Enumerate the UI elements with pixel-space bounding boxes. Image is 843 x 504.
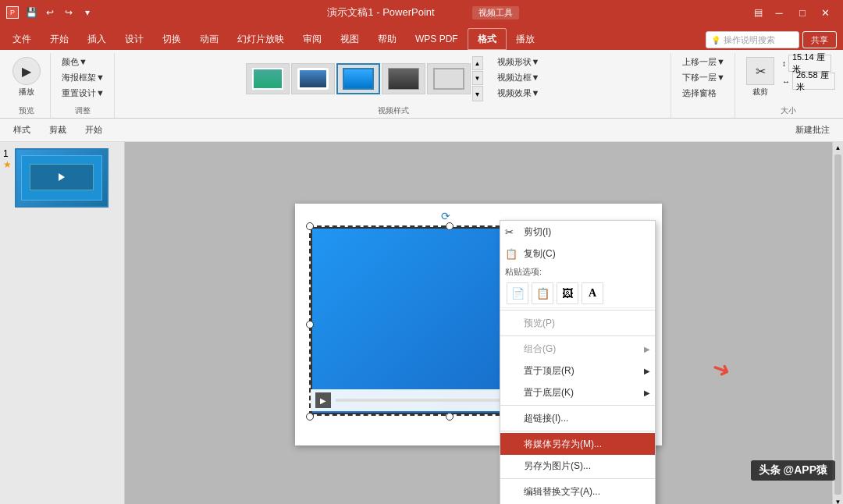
poster-frame-btn[interactable]: 海报框架▼ bbox=[57, 70, 109, 84]
style-thumb-4[interactable] bbox=[382, 63, 425, 94]
video-border-btn[interactable]: 视频边框▼ bbox=[493, 70, 545, 84]
video-effect-btn[interactable]: 视频效果▼ bbox=[493, 86, 545, 100]
tab-play[interactable]: 播放 bbox=[507, 28, 544, 50]
width-input[interactable]: 26.58 厘米 bbox=[792, 73, 835, 90]
tab-design[interactable]: 设计 bbox=[116, 28, 153, 50]
tab-format[interactable]: 格式 bbox=[468, 28, 507, 50]
scroll-up-arrow[interactable]: ▲ bbox=[472, 56, 483, 70]
title-bar-right: ▤ ─ □ ✕ bbox=[751, 4, 837, 21]
title-bar-center: 演示文稿1 - PowerPoint 视频工具 bbox=[327, 5, 518, 20]
play-label: 播放 bbox=[19, 87, 34, 98]
highlight-arrow: ➜ bbox=[709, 354, 735, 385]
scroll-down-arrow[interactable]: ▼ bbox=[472, 71, 483, 85]
ctx-copy-label: 复制(C) bbox=[524, 247, 556, 261]
ctx-save-image[interactable]: 另存为图片(S)... bbox=[500, 455, 655, 477]
tab-view[interactable]: 视图 bbox=[331, 28, 368, 50]
bring-forward-btn[interactable]: 上移一层▼ bbox=[678, 55, 730, 69]
search-box[interactable]: 💡 操作说明搜索 bbox=[706, 31, 799, 48]
redo-btn[interactable]: ↪ bbox=[61, 5, 76, 20]
tab-insert[interactable]: 插入 bbox=[78, 28, 116, 50]
paste-icon-1[interactable]: 📄 bbox=[507, 282, 528, 304]
canvas-area[interactable]: ⟳ ▶ ✂ 剪切(I) 📋 复制(C) bbox=[125, 142, 832, 504]
send-back-arrow: ▶ bbox=[644, 389, 650, 397]
video-styles-label: 视频样式 bbox=[378, 105, 409, 116]
ctx-send-back[interactable]: 置于底层(K) ▶ bbox=[500, 382, 655, 403]
customize-btn[interactable]: ▾ bbox=[80, 5, 95, 20]
slide-thumb-video bbox=[30, 164, 94, 190]
style-thumb-2[interactable] bbox=[291, 63, 335, 94]
paste-icon-4[interactable]: A bbox=[582, 282, 603, 304]
expand-styles-btn[interactable]: ▾ bbox=[472, 86, 483, 101]
cut-icon: ✂ bbox=[505, 226, 514, 238]
ctx-hyperlink-label: 超链接(I)... bbox=[524, 412, 568, 425]
tab-transitions[interactable]: 切换 bbox=[153, 28, 190, 50]
action-bar: 样式 剪裁 开始 新建批注 bbox=[0, 119, 843, 142]
width-icon: ↔ bbox=[782, 77, 790, 86]
quick-access-toolbar: 💾 ↩ ↪ ▾ bbox=[23, 5, 95, 20]
handle-tm[interactable] bbox=[446, 222, 454, 230]
separator-4 bbox=[500, 431, 655, 431]
save-quick-btn[interactable]: 💾 bbox=[23, 5, 39, 20]
handle-bm[interactable] bbox=[446, 413, 454, 421]
bring-front-arrow: ▶ bbox=[644, 367, 650, 375]
crop-icon: ✂ bbox=[746, 57, 774, 85]
share-button[interactable]: 共享 bbox=[802, 31, 837, 48]
vertical-scrollbar[interactable]: ▲ ▼ bbox=[832, 142, 843, 504]
start-action-btn[interactable]: 开始 bbox=[78, 121, 109, 140]
tab-review[interactable]: 审阅 bbox=[293, 28, 331, 50]
handle-bl[interactable] bbox=[306, 413, 314, 421]
more-correct-btn[interactable]: 颜色▼ bbox=[57, 55, 109, 69]
ctx-hyperlink[interactable]: 超链接(I)... bbox=[500, 407, 655, 429]
context-menu: ✂ 剪切(I) 📋 复制(C) 粘贴选项: 📄 📋 🖼 A 预览(P) 组合(G… bbox=[500, 220, 656, 504]
scroll-arrows: ▲ ▼ ▾ bbox=[472, 56, 483, 101]
crop-action-btn[interactable]: 剪裁 bbox=[42, 121, 73, 140]
video-shape-btn[interactable]: 视频形状▼ bbox=[493, 55, 545, 69]
crop-btn[interactable]: ✂ 裁剪 bbox=[742, 55, 779, 100]
minimize-btn[interactable]: ─ bbox=[768, 4, 790, 21]
scroll-thumb[interactable] bbox=[834, 154, 841, 495]
size-content: ✂ 裁剪 ↕ 15.14 厘米 ↔ 26.58 厘米 bbox=[742, 55, 835, 105]
send-back-btn-ribbon[interactable]: 下移一层▼ bbox=[678, 70, 730, 84]
scroll-down-btn[interactable]: ▼ bbox=[833, 496, 843, 504]
tab-file[interactable]: 文件 bbox=[3, 28, 41, 50]
slide-thumbnail[interactable] bbox=[15, 148, 108, 208]
group-adjust: 颜色▼ 海报框架▼ 重置设计▼ 调整 bbox=[52, 53, 115, 118]
handle-tl[interactable] bbox=[306, 222, 314, 230]
reset-design-btn[interactable]: 重置设计▼ bbox=[57, 86, 109, 100]
style-thumb-5[interactable] bbox=[427, 63, 471, 94]
ribbon-options-btn[interactable]: ▤ bbox=[751, 5, 767, 20]
arrange-content: 上移一层▼ 下移一层▼ 选择窗格 bbox=[678, 55, 730, 105]
group-arrow: ▶ bbox=[644, 345, 650, 353]
ctx-edit-alt[interactable]: 编辑替换文字(A)... bbox=[500, 481, 655, 502]
tab-slideshow[interactable]: 幻灯片放映 bbox=[228, 28, 293, 50]
ctx-cut[interactable]: ✂ 剪切(I) bbox=[500, 221, 655, 243]
select-pane-btn[interactable]: 选择窗格 bbox=[678, 86, 730, 100]
undo-btn[interactable]: ↩ bbox=[42, 5, 58, 20]
ctx-bring-front-label: 置于顶层(R) bbox=[524, 364, 574, 378]
rotate-handle[interactable]: ⟳ bbox=[441, 210, 450, 222]
handle-ml[interactable] bbox=[306, 321, 314, 328]
ribbon-right: 💡 操作说明搜索 共享 bbox=[706, 31, 843, 50]
video-play-btn[interactable]: ▶ bbox=[315, 392, 331, 408]
style-thumb-3[interactable] bbox=[336, 63, 380, 94]
new-comment-action-btn[interactable]: 新建批注 bbox=[788, 121, 837, 140]
group-size: ✂ 裁剪 ↕ 15.14 厘米 ↔ 26.58 厘米 大小 bbox=[737, 53, 840, 118]
slide-item-1[interactable]: 1 ★ bbox=[3, 148, 121, 208]
paste-icon-3[interactable]: 🖼 bbox=[557, 282, 578, 304]
tab-help[interactable]: 帮助 bbox=[368, 28, 406, 50]
ctx-bring-front[interactable]: 置于顶层(R) ▶ bbox=[500, 360, 655, 382]
maximize-btn[interactable]: □ bbox=[791, 4, 813, 21]
style-action-btn[interactable]: 样式 bbox=[6, 121, 37, 140]
close-btn[interactable]: ✕ bbox=[815, 4, 837, 21]
separator-1 bbox=[500, 310, 655, 311]
ctx-copy[interactable]: 📋 复制(C) bbox=[500, 243, 655, 264]
ctx-edit-alt-label: 编辑替换文字(A)... bbox=[524, 485, 600, 499]
paste-icon-2[interactable]: 📋 bbox=[532, 282, 553, 304]
tab-wps-pdf[interactable]: WPS PDF bbox=[406, 28, 468, 50]
play-big-btn[interactable]: ▶ 播放 bbox=[8, 55, 45, 100]
ctx-save-media[interactable]: 将媒体另存为(M)... bbox=[500, 433, 655, 455]
tab-home[interactable]: 开始 bbox=[41, 28, 78, 50]
tab-animation[interactable]: 动画 bbox=[190, 28, 228, 50]
style-thumb-1[interactable] bbox=[246, 63, 290, 94]
scroll-up-btn[interactable]: ▲ bbox=[833, 142, 843, 153]
